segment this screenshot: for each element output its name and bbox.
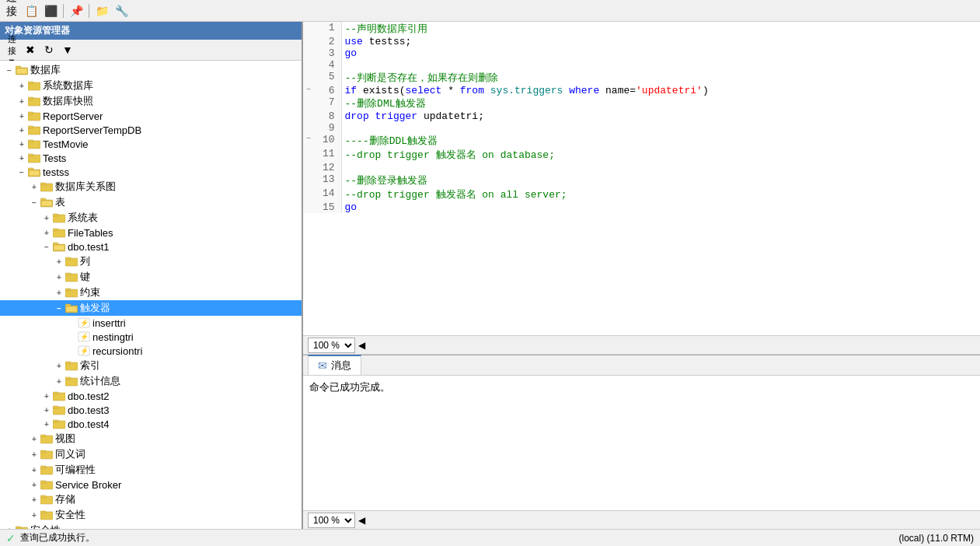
line-content[interactable]: --判断是否存在，如果存在则删除: [341, 71, 980, 85]
folder-closed-icon: [53, 227, 65, 238]
zoom-scroll-left[interactable]: ◀: [358, 340, 365, 351]
expand-btn-dbo-test4[interactable]: [40, 418, 53, 430]
line-expand[interactable]: −: [303, 134, 314, 148]
tree-item-dbo-test4[interactable]: dbo.test4: [0, 417, 302, 431]
tree-item-keys[interactable]: 键: [0, 269, 302, 285]
tree-item-security[interactable]: 安全性: [0, 507, 302, 523]
line-content[interactable]: --删除DML触发器: [341, 96, 980, 110]
line-content[interactable]: [341, 59, 980, 71]
line-content[interactable]: use testss;: [341, 36, 980, 47]
expand-btn-reportservertempdb[interactable]: [16, 124, 28, 136]
tree-item-service-broker[interactable]: Service Broker: [0, 478, 302, 492]
tree-item-testss[interactable]: testss: [0, 165, 302, 179]
expand-btn-sys-tables[interactable]: [40, 212, 53, 224]
expand-btn-statistics[interactable]: [53, 375, 65, 387]
line-content[interactable]: go: [341, 201, 980, 213]
tree-item-tests[interactable]: Tests: [0, 151, 302, 165]
line-content[interactable]: [341, 122, 980, 134]
expand-btn-db-diagrams[interactable]: [28, 180, 40, 193]
toolbar-btn-2[interactable]: ⬛: [42, 2, 59, 19]
tree-item-dbo-test2[interactable]: dbo.test2: [0, 389, 302, 403]
tree-item-constraints[interactable]: 约束: [0, 285, 302, 300]
tree-item-nestingtri[interactable]: ⚡ nestingtri: [0, 330, 302, 344]
expand-btn-system-databases[interactable]: [16, 79, 28, 92]
tree-item-recursiontri[interactable]: ⚡ recursiontri: [0, 344, 302, 358]
tree-item-db-diagrams[interactable]: 数据库关系图: [0, 179, 302, 194]
tree-item-inserttri[interactable]: ⚡ inserttri: [0, 316, 302, 330]
expand-btn-constraints[interactable]: [53, 286, 65, 299]
bottom-zoom-scroll-left[interactable]: ◀: [358, 515, 365, 526]
tree-item-triggers[interactable]: 触发器: [0, 300, 302, 316]
expand-btn-database-snapshots[interactable]: [16, 95, 28, 107]
line-expand[interactable]: −: [303, 85, 314, 96]
line-content[interactable]: drop trigger updatetri;: [341, 110, 980, 122]
tree-item-programmability[interactable]: 可编程性: [0, 462, 302, 478]
line-content[interactable]: ----删除DDL触发器: [341, 134, 980, 148]
expand-btn-triggers[interactable]: [53, 302, 65, 314]
tree-item-filetables[interactable]: FileTables: [0, 226, 302, 240]
expand-btn-dbo-test3[interactable]: [40, 404, 53, 416]
expand-btn-dbo-test2[interactable]: [40, 390, 53, 402]
expand-btn-keys[interactable]: [53, 271, 65, 283]
tree-item-columns[interactable]: 列: [0, 254, 302, 269]
tree-item-tables[interactable]: 表: [0, 194, 302, 210]
tree-item-views[interactable]: 视图: [0, 431, 302, 446]
bottom-zoom-select[interactable]: 100 % 75 % 125 %: [308, 513, 355, 528]
expand-btn-reportserver[interactable]: [16, 110, 28, 122]
expand-btn-columns[interactable]: [53, 255, 65, 268]
tree-item-dbo-test3[interactable]: dbo.test3: [0, 403, 302, 417]
toolbar-btn-5[interactable]: 🔧: [113, 2, 130, 19]
expand-btn-nestingtri[interactable]: [65, 331, 78, 343]
line-content[interactable]: --声明数据库引用: [341, 22, 980, 36]
expand-btn-dbo-test1[interactable]: [40, 240, 53, 253]
expand-btn-tables[interactable]: [28, 196, 40, 208]
line-content[interactable]: [341, 162, 980, 173]
tree-item-indexes[interactable]: 索引: [0, 358, 302, 373]
tree-item-reportserver[interactable]: ReportServer: [0, 109, 302, 123]
expand-btn-programmability[interactable]: [28, 464, 40, 476]
expand-btn-indexes[interactable]: [53, 359, 65, 372]
expand-btn-views[interactable]: [28, 432, 40, 445]
expand-btn-synonyms[interactable]: [28, 448, 40, 460]
expand-btn-storage[interactable]: [28, 493, 40, 506]
toolbar-btn-1[interactable]: 📋: [23, 2, 40, 19]
tab-messages[interactable]: ✉ 消息: [308, 355, 361, 375]
explorer-connect-btn[interactable]: 连接▼: [3, 41, 20, 58]
tree-label-storage: 存储: [55, 492, 75, 506]
expand-btn-testmovie[interactable]: [16, 138, 28, 150]
expand-btn-service-broker[interactable]: [28, 478, 40, 491]
toolbar-btn-4[interactable]: 📁: [93, 2, 110, 19]
explorer-refresh-btn[interactable]: ↻: [40, 41, 58, 58]
tree-item-server-security[interactable]: 安全性: [0, 523, 302, 529]
toolbar-btn-3[interactable]: 📌: [68, 2, 85, 19]
expand-btn-tests[interactable]: [16, 152, 28, 164]
line-content[interactable]: --drop trigger 触发器名 on all server;: [341, 187, 980, 201]
object-explorer-tree[interactable]: 数据库 系统数据库 数据库快照 ReportServer ReportServe…: [0, 61, 302, 529]
explorer-disconnect-btn[interactable]: ✖: [22, 41, 39, 58]
svg-rect-52: [53, 406, 58, 408]
tree-item-statistics[interactable]: 统计信息: [0, 373, 302, 389]
expand-btn-security[interactable]: [28, 509, 40, 521]
line-content[interactable]: --删除登录触发器: [341, 173, 980, 187]
expand-btn-filetables[interactable]: [40, 226, 53, 239]
tree-item-system-databases[interactable]: 系统数据库: [0, 78, 302, 93]
zoom-select[interactable]: 100 % 75 % 125 %: [308, 338, 355, 353]
tree-item-testmovie[interactable]: TestMovie: [0, 137, 302, 151]
expand-btn-databases[interactable]: [3, 64, 16, 76]
tree-item-storage[interactable]: 存储: [0, 492, 302, 507]
line-content[interactable]: go: [341, 47, 980, 59]
tree-item-reportservertempdb[interactable]: ReportServerTempDB: [0, 123, 302, 137]
line-content[interactable]: if exists(select * from sys.triggers whe…: [341, 85, 980, 96]
expand-btn-testss[interactable]: [16, 166, 28, 178]
tree-item-database-snapshots[interactable]: 数据库快照: [0, 93, 302, 109]
explorer-filter-btn[interactable]: ▼: [59, 41, 76, 58]
expand-btn-inserttri[interactable]: [65, 317, 78, 329]
tree-item-dbo-test1[interactable]: dbo.test1: [0, 240, 302, 254]
tree-item-sys-tables[interactable]: 系统表: [0, 210, 302, 226]
code-editor[interactable]: 1--声明数据库引用2use testss;3go45--判断是否存在，如果存在…: [303, 22, 980, 336]
connect-button[interactable]: 连接▼: [3, 2, 20, 19]
tree-item-synonyms[interactable]: 同义词: [0, 446, 302, 462]
tree-item-databases[interactable]: 数据库: [0, 62, 302, 78]
line-content[interactable]: --drop trigger 触发器名 on database;: [341, 148, 980, 162]
expand-btn-recursiontri[interactable]: [65, 345, 78, 357]
